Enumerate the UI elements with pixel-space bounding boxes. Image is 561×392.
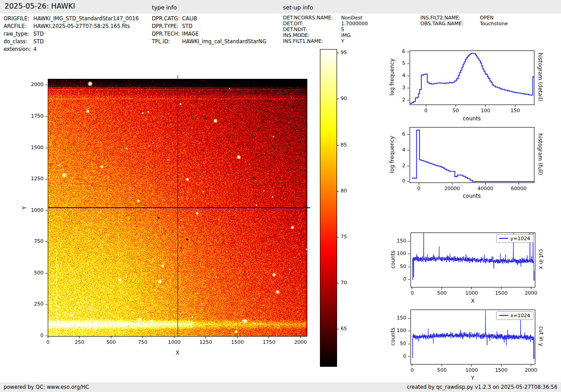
file-info-value: HAWKI.2025-05-27T07:58:25.165.fits	[33, 23, 130, 29]
cut-in-x-legend-label: y=1024	[511, 236, 530, 242]
y-tick-mark	[46, 210, 47, 211]
histogram-detail-xlabel: counts	[409, 115, 534, 122]
colorbar-tick-label: 85	[341, 142, 354, 148]
x-tick-label: 20000	[439, 186, 465, 191]
y-tick-mark	[46, 242, 47, 242]
y-tick-mark	[407, 134, 409, 135]
file-info-label: extension:	[4, 46, 31, 52]
y-tick-mark	[407, 181, 409, 182]
colorbar-tick-mark	[337, 283, 339, 283]
histogram-full-right-label: histogram (full)	[537, 125, 544, 184]
x-tick-mark	[426, 105, 426, 107]
x-tick-mark	[79, 337, 80, 338]
y-tick-mark	[407, 76, 409, 76]
x-tick-label: 1750	[256, 340, 282, 345]
x-tick-label: 0	[406, 186, 431, 191]
main-ylabel: Y	[21, 79, 28, 336]
x-tick-label: 60000	[506, 186, 531, 191]
x-tick-mark	[419, 183, 419, 185]
x-tick-mark	[452, 183, 452, 185]
setup-info-header: set-up info	[283, 4, 313, 11]
footer-created-by: created by qc_rawdisp.py v1.2.3 on 2025-…	[407, 384, 557, 390]
x-tick-label: 1000	[459, 291, 484, 296]
y-tick-mark	[408, 254, 410, 254]
y-tick-mark	[407, 64, 409, 64]
histogram-full-canvas	[410, 128, 534, 182]
colorbar-tick-label: 80	[341, 188, 354, 194]
x-tick-mark	[205, 337, 206, 338]
colorbar-tick-label: 65	[341, 326, 354, 332]
y-tick-mark	[46, 304, 47, 305]
histogram-detail-right-label: histogram (detail)	[537, 47, 544, 107]
type-info-label: DPR.TECH:	[152, 31, 180, 37]
x-tick-label: 0	[413, 108, 438, 114]
x-tick-mark	[269, 337, 269, 338]
x-tick-label: 0	[36, 340, 61, 345]
setup-info-label: INS.MODE:	[283, 32, 310, 38]
colorbar: 65707580859095	[320, 49, 337, 367]
y-tick-mark	[46, 273, 47, 273]
colorbar-tick-mark	[337, 145, 339, 146]
file-info-value: 4	[33, 46, 36, 52]
y-tick-mark	[408, 241, 410, 242]
x-tick-mark	[442, 365, 442, 366]
colorbar-tick-label: 70	[341, 280, 354, 286]
file-info-label: do_class:	[4, 38, 27, 45]
y-tick-mark	[46, 179, 47, 179]
y-tick-mark	[46, 148, 47, 148]
x-tick-mark	[531, 287, 531, 289]
y-tick-mark	[407, 100, 409, 100]
page-title: 2025-05-26: HAWKI	[5, 2, 75, 10]
y-tick-mark	[46, 116, 47, 117]
setup-info-value: 5	[341, 27, 344, 32]
histogram-detail-ylabel: log frequency	[388, 49, 396, 105]
x-tick-label: 500	[99, 340, 124, 345]
setup-info-value: Touchstone	[480, 21, 508, 27]
crosshair-vertical-line	[178, 75, 178, 337]
type-info-value: HAWKI_img_cal_StandardStarNG	[182, 38, 266, 45]
setup-info-value: NonDest	[341, 15, 362, 21]
x-tick-label: 1250	[193, 340, 219, 345]
x-tick-mark	[48, 337, 48, 338]
x-tick-mark	[471, 365, 472, 366]
cut-in-y-legend: x=1024	[496, 311, 534, 320]
x-tick-mark	[301, 337, 301, 338]
type-info-value: IMAGE	[182, 31, 199, 37]
y-tick-mark	[408, 279, 410, 280]
setup-info-value: IMG	[341, 32, 351, 38]
cut-in-x-right-label: cut in x	[538, 234, 545, 285]
colorbar-tick-mark	[337, 53, 339, 53]
colorbar-tick-label: 90	[341, 96, 354, 101]
type-info-label: TPL.ID:	[152, 38, 170, 45]
type-info-value: STD	[182, 23, 192, 29]
y-tick-mark	[407, 150, 409, 150]
x-tick-label: 100	[473, 108, 498, 114]
x-tick-mark	[531, 365, 531, 366]
cut-in-x-xlabel: X	[410, 298, 535, 304]
y-tick-mark	[46, 85, 47, 85]
x-tick-mark	[485, 105, 486, 107]
x-tick-label: 150	[503, 108, 528, 114]
x-tick-label: 0	[400, 291, 425, 296]
y-tick-mark	[408, 356, 410, 357]
colorbar-tick-mark	[337, 237, 339, 237]
x-tick-mark	[485, 183, 486, 185]
setup-info-label: INS.FILT1.NAME:	[283, 38, 323, 44]
x-tick-label: 750	[130, 340, 155, 345]
type-info-label: DPR.TYPE:	[152, 23, 178, 29]
setup-info-value: Y	[341, 38, 344, 44]
x-tick-mark	[412, 365, 412, 366]
colorbar-tick-mark	[337, 191, 339, 191]
setup-info-label: DET.NDIT:	[283, 27, 307, 32]
x-tick-mark	[519, 183, 519, 185]
colorbar-canvas	[320, 50, 337, 366]
legend-line-swatch	[499, 238, 508, 239]
cut-in-y-xlabel: Y	[410, 375, 535, 381]
x-tick-label: 2000	[519, 368, 544, 373]
x-tick-mark	[412, 287, 412, 289]
file-info-label: raw_type:	[4, 31, 29, 37]
x-tick-label: 500	[429, 368, 455, 373]
x-tick-label: 50	[443, 108, 468, 114]
y-tick-mark	[408, 267, 410, 267]
type-info-header: type info	[152, 4, 177, 11]
